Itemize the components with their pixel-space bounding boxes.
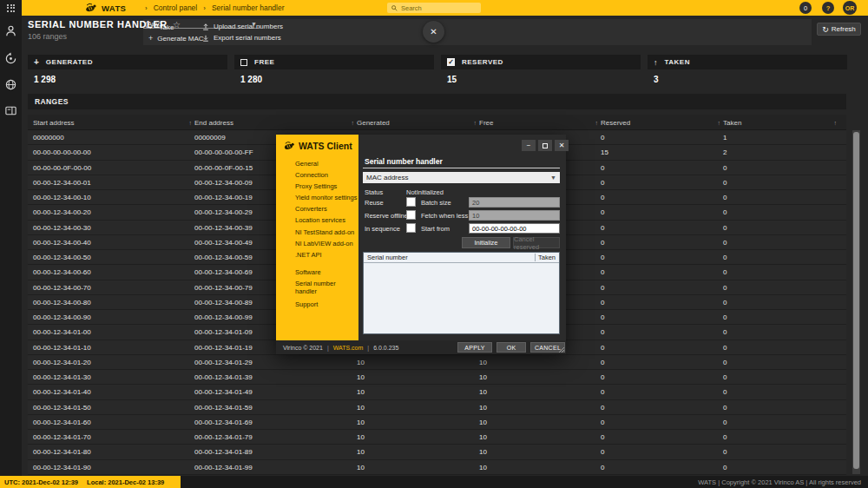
table-cell: 0 [723,175,837,190]
ranges-section-header: RANGES [28,94,846,109]
stat-header[interactable]: + GENERATED [28,55,227,69]
stat-free: FREE 1 280 [234,55,434,84]
breadcrumb-separator: › [203,4,206,12]
cancel-reserved-button[interactable]: Cancel reserved [513,237,560,248]
table-row[interactable]: 00-00-12-34-01-6000-00-12-34-01-69101000 [28,415,846,430]
help-button[interactable]: ? [822,2,834,14]
menu-item-software[interactable]: Software [295,268,321,276]
in-sequence-checkbox[interactable] [406,223,416,233]
apps-grid-icon [7,4,15,12]
sort-arrow-icon[interactable]: ↑ [474,120,477,126]
table-cell: 10 [357,385,477,399]
table-cell: 00-00-12-34-00-30 [33,221,192,235]
table-row[interactable]: 00-00-12-34-01-3000-00-12-34-01-39101000 [28,370,846,385]
table-row[interactable]: 00-00-12-34-01-9000-00-12-34-01-99101000 [28,460,846,475]
column-generated[interactable]: Generated↑ [357,115,477,130]
history-icon[interactable] [4,52,17,65]
menu-item-converters[interactable]: Converters [295,205,327,213]
minimize-button[interactable]: − [522,140,536,151]
table-row[interactable]: 00-00-12-34-01-4000-00-12-34-01-49101000 [28,385,846,399]
initialize-button[interactable]: Initialize [462,237,510,248]
wats-com-link[interactable]: WATS.com [333,345,364,351]
column-free[interactable]: Free↑ [479,115,598,130]
version-label: 6.0.0.235 [373,345,398,351]
apply-button[interactable]: APPLY [457,342,492,353]
table-row[interactable]: 00-00-12-34-01-8000-00-12-34-01-89101000 [28,445,846,459]
sort-arrow-icon[interactable]: ↑ [834,120,838,126]
table-cell: 0 [723,280,837,295]
left-sidebar [0,16,22,476]
start-from-input[interactable]: 00-00-00-00-00-00 [469,223,560,234]
separator: | [327,345,329,351]
breadcrumb-control-panel[interactable]: Control panel [154,3,198,12]
menu-item-general[interactable]: General [295,160,319,168]
table-cell: 0 [723,250,837,265]
upload-serial-numbers-button[interactable]: Upload serial numbers [202,23,283,30]
table-row[interactable]: 00-00-12-34-01-5000-00-12-34-01-59101000 [28,400,846,415]
table-cell: 10 [479,355,598,370]
resize-grip-icon[interactable] [558,346,565,353]
stat-header[interactable]: FREE [234,55,434,69]
brand[interactable]: WATS [83,2,126,14]
favorite-star-icon[interactable]: ☆ [173,20,181,30]
menu-item-yield-monitor-settings[interactable]: Yield monitor settings [295,194,357,201]
table-scrollbar[interactable] [852,130,860,474]
menu-item-connection[interactable]: Connection [295,171,328,179]
avatar[interactable]: OR [843,1,857,15]
menu-item-serial-number-handler[interactable]: Serial number handler [295,280,358,295]
serial-type-select[interactable]: MAC address ▼ [363,172,560,183]
table-cell: 1 [723,130,837,145]
user-icon[interactable] [4,24,17,37]
table-cell: 0 [601,460,720,475]
sort-arrow-icon[interactable]: ↑ [595,120,599,126]
export-serial-numbers-button[interactable]: Export serial numbers [202,34,281,42]
dialog-brand: WATS Client [282,141,352,151]
close-dialog-button[interactable]: ✕ [555,140,569,151]
fetch-when-less-than-input[interactable]: 10 [469,210,560,221]
brand-name: WATS [102,3,126,13]
table-cell: 0 [601,221,720,235]
globe-icon[interactable] [4,78,17,91]
menu-item-location-services[interactable]: Location services [295,216,345,224]
apps-menu-button[interactable] [0,0,22,16]
table-cell: 00-00-12-34-00-40 [33,235,192,250]
column-taken[interactable]: Taken↑ [723,115,837,130]
menu-item--net-api[interactable]: .NET API [295,251,322,259]
batch-size-input[interactable]: 20 [469,197,560,208]
table-cell: 0 [723,310,837,325]
control-panel-icon[interactable] [4,104,17,117]
refresh-button[interactable]: ↻ Refresh [817,23,861,36]
stat-header[interactable]: ✓ RESERVED [441,55,641,69]
table-cell: 0 [723,190,837,205]
table-cell: 00-00-12-34-01-89 [194,445,354,459]
column-end-address[interactable]: End address↑ [194,115,354,130]
column-start-address[interactable]: Start address↑ [33,115,192,130]
search-input[interactable]: Search [387,3,481,13]
serial-number-list[interactable]: Serial number Taken [363,252,560,334]
table-cell: 0 [601,175,720,190]
menu-item-ni-labview-add-on[interactable]: NI LabVIEW add-on [295,240,353,247]
table-row[interactable]: 00-00-12-34-01-2000-00-12-34-01-29101000 [28,355,846,370]
stat-value: 15 [441,75,641,84]
reserve-offline-checkbox[interactable] [406,210,416,220]
ok-button[interactable]: OK [496,342,526,353]
scrollbar-thumb[interactable] [853,132,859,469]
reuse-checkbox[interactable] [406,197,416,207]
column-reserved[interactable]: Reserved↑ [601,115,720,130]
generate-mac-button[interactable]: + Generate MAC [148,34,204,43]
breadcrumb-serial-number-handler[interactable]: Serial number handler [212,3,285,12]
menu-item-proxy-settings[interactable]: Proxy Settings [295,182,337,190]
sort-arrow-icon[interactable]: ↑ [718,120,721,126]
stat-header[interactable]: ↑ TAKEN [648,55,847,69]
table-row[interactable]: 00-00-12-34-01-7000-00-12-34-01-79101000 [28,430,846,445]
separator: | [367,345,369,351]
notifications-badge[interactable]: 0 [799,2,812,14]
close-icon: ✕ [430,27,437,36]
menu-item-ni-teststand-add-on[interactable]: NI TestStand add-on [295,228,354,236]
sort-arrow-icon[interactable]: ↑ [352,120,355,126]
close-button[interactable]: ✕ [423,21,444,43]
sort-arrow-icon[interactable]: ↑ [189,120,193,126]
table-cell: 0 [723,445,837,459]
menu-item-support[interactable]: Support [295,300,318,308]
maximize-button[interactable] [538,140,552,151]
